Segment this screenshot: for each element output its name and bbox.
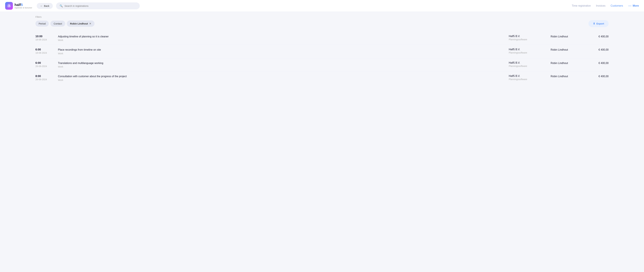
- desc-col-1: Place recordings from timeline on site W…: [58, 48, 509, 55]
- main-content: Filters Period Contact Robin Lindhout ✕ …: [0, 12, 644, 91]
- desc-col-0: Adjusting timeline of planning so it is …: [58, 35, 509, 41]
- amount-col-3: € 400,00: [586, 75, 608, 78]
- filters-label: Filters: [36, 16, 608, 18]
- more-label: More: [633, 4, 639, 7]
- table-row: 6:00 26-06-2024 Translations and multila…: [36, 58, 608, 71]
- export-label: Export: [596, 22, 604, 25]
- back-arrow-icon: ←: [40, 5, 43, 7]
- person-col-3: Robin Lindhout: [550, 75, 586, 78]
- logo: half5 registreer & factureer: [5, 2, 32, 10]
- search-icon: 🔍: [60, 4, 63, 8]
- nav-links: Time registration Invoices Customers ⋯ M…: [572, 4, 639, 8]
- time-col-0: 10:00 18-06-2024: [36, 35, 58, 41]
- desc-col-2: Translations and multilanguage working W…: [58, 61, 509, 68]
- desc-type-0: Work: [58, 39, 509, 41]
- export-icon: ⬇: [593, 22, 595, 25]
- client-col-1: Half5 B.V. Planningssoftware: [509, 48, 550, 54]
- time-value-2: 6:00: [36, 61, 58, 65]
- amount-col-2: € 400,00: [586, 61, 608, 65]
- desc-type-2: Work: [58, 65, 509, 68]
- client-name-0: Half5 B.V.: [509, 35, 550, 38]
- back-label: Back: [44, 5, 49, 7]
- client-name-2: Half5 B.V.: [509, 61, 550, 64]
- table-row: 8:00 26-06-2024 Consultation with custom…: [36, 71, 608, 84]
- nav-more[interactable]: ⋯ More: [628, 4, 639, 8]
- client-project-3: Planningssoftware: [509, 78, 550, 81]
- date-value-2: 26-06-2024: [36, 65, 58, 68]
- client-col-0: Half5 B.V. Planningssoftware: [509, 35, 550, 41]
- desc-type-3: Work: [58, 79, 509, 81]
- nav-customers[interactable]: Customers: [610, 4, 623, 7]
- search-input[interactable]: [64, 5, 136, 7]
- client-col-3: Half5 B.V. Planningssoftware: [509, 75, 550, 81]
- nav-invoices[interactable]: Invoices: [596, 4, 606, 7]
- nav-time-registration[interactable]: Time registration: [572, 4, 591, 7]
- header: half5 registreer & factureer ← Back 🔍 Ti…: [0, 0, 644, 12]
- client-project-0: Planningssoftware: [509, 38, 550, 41]
- desc-col-3: Consultation with customer about the pro…: [58, 75, 509, 81]
- filter-robin-label: Robin Lindhout: [70, 22, 88, 25]
- logo-tagline: registreer & factureer: [14, 7, 32, 9]
- time-col-2: 6:00 26-06-2024: [36, 61, 58, 68]
- time-value-0: 10:00: [36, 35, 58, 38]
- time-col-3: 8:00 26-06-2024: [36, 75, 58, 81]
- amount-col-1: € 400,00: [586, 48, 608, 51]
- client-name-3: Half5 B.V.: [509, 75, 550, 78]
- registrations-list: 10:00 18-06-2024 Adjusting timeline of p…: [36, 32, 608, 85]
- date-value-3: 26-06-2024: [36, 78, 58, 81]
- search-bar[interactable]: 🔍: [56, 3, 140, 9]
- person-col-0: Robin Lindhout: [550, 35, 586, 38]
- logo-icon: [5, 2, 13, 10]
- export-button[interactable]: ⬇ Export: [588, 20, 608, 27]
- client-name-1: Half5 B.V.: [509, 48, 550, 51]
- logo-text: half5 registreer & factureer: [14, 3, 32, 9]
- date-value-1: 18-06-2024: [36, 52, 58, 54]
- desc-title-3: Consultation with customer about the pro…: [58, 75, 509, 78]
- filter-robin-close-icon[interactable]: ✕: [89, 22, 91, 25]
- filter-robin[interactable]: Robin Lindhout ✕: [67, 21, 94, 27]
- amount-col-0: € 400,00: [586, 35, 608, 38]
- client-project-2: Planningssoftware: [509, 65, 550, 67]
- desc-title-2: Translations and multilanguage working: [58, 61, 509, 65]
- back-button[interactable]: ← Back: [37, 3, 53, 9]
- time-value-1: 6:00: [36, 48, 58, 51]
- desc-title-0: Adjusting timeline of planning so it is …: [58, 35, 509, 38]
- person-col-2: Robin Lindhout: [550, 61, 586, 65]
- client-project-1: Planningssoftware: [509, 51, 550, 54]
- client-col-2: Half5 B.V. Planningssoftware: [509, 61, 550, 67]
- desc-type-1: Work: [58, 52, 509, 55]
- logo-name: half5: [14, 3, 32, 7]
- filter-period[interactable]: Period: [36, 21, 49, 27]
- more-dots-icon: ⋯: [628, 4, 632, 8]
- table-row: 10:00 18-06-2024 Adjusting timeline of p…: [36, 32, 608, 45]
- time-col-1: 6:00 18-06-2024: [36, 48, 58, 54]
- person-col-1: Robin Lindhout: [550, 48, 586, 51]
- time-value-3: 8:00: [36, 75, 58, 78]
- table-row: 6:00 18-06-2024 Place recordings from ti…: [36, 45, 608, 58]
- date-value-0: 18-06-2024: [36, 38, 58, 41]
- filter-contact[interactable]: Contact: [50, 21, 65, 27]
- desc-title-1: Place recordings from timeline on site: [58, 48, 509, 52]
- filters-row: Period Contact Robin Lindhout ✕ ⬇ Export: [36, 20, 608, 27]
